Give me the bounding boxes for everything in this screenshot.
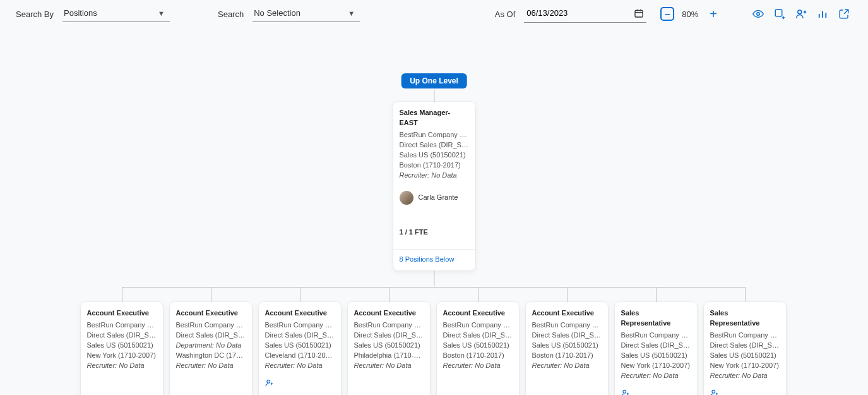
child-position-card[interactable]: Account ExecutiveBestRun Company (1…Dire… xyxy=(259,302,341,395)
person-name: Carla Grante xyxy=(419,193,458,203)
position-title: Account Executive xyxy=(176,308,246,319)
location: Boston (1710-2017) xyxy=(532,351,602,361)
department: Direct Sales (DIR_SAL… xyxy=(400,140,469,150)
unit: Sales US (50150021) xyxy=(443,341,513,351)
position-title: Account Executive xyxy=(87,308,157,319)
asof-label: As Of xyxy=(495,9,516,19)
calendar-icon[interactable] xyxy=(634,8,644,18)
searchby-select[interactable]: Positions ▼ xyxy=(62,6,170,22)
child-position-card[interactable]: Account ExecutiveBestRun Company (1…Dire… xyxy=(348,302,430,395)
svg-rect-0 xyxy=(635,10,643,17)
chevron-down-icon: ▼ xyxy=(158,9,165,17)
location: New York (1710-2007) xyxy=(710,361,780,371)
child-position-card[interactable]: Account ExecutiveBestRun Company (1…Dire… xyxy=(437,302,519,395)
unit: Sales US (50150021) xyxy=(710,351,780,361)
recruiter: Recruiter: No Data xyxy=(176,361,246,371)
location: Philadelphia (1710-20… xyxy=(354,351,424,361)
department: Direct Sales (DIR_SAL… xyxy=(532,331,602,341)
eye-icon[interactable] xyxy=(750,6,766,22)
recruiter: Recruiter: No Data xyxy=(532,361,602,371)
company: BestRun Company (1… xyxy=(532,320,602,331)
toolbar: Search By Positions ▼ Search No Selectio… xyxy=(0,0,868,30)
svg-rect-5 xyxy=(775,9,782,16)
zoom-percent: 80% xyxy=(679,9,701,19)
search-select[interactable]: No Selection ▼ xyxy=(253,6,360,22)
position-title: Account Executive xyxy=(443,308,513,319)
location: Boston (1710-2017) xyxy=(443,351,513,361)
child-position-card[interactable]: Sales RepresentativeBestRun Company (1…D… xyxy=(615,302,697,395)
child-position-card[interactable]: Account ExecutiveBestRun Company (1…Dire… xyxy=(526,302,608,395)
fte: 1 / 1 FTE xyxy=(393,211,475,250)
svg-point-14 xyxy=(266,380,270,383)
company: BestRun Company (1… xyxy=(176,320,246,331)
add-person-icon[interactable] xyxy=(710,389,780,395)
location: Cleveland (1710-2013) xyxy=(265,351,335,361)
zoom-in-button[interactable]: + xyxy=(706,8,721,20)
company: BestRun Company (1… xyxy=(87,320,157,331)
location: New York (1710-2007) xyxy=(87,351,157,361)
search-label: Search xyxy=(218,9,244,19)
incumbent-row[interactable]: Michael Tremblay xyxy=(532,391,602,395)
org-chart-canvas: Up One Level Sales Manager-EAST BestRun … xyxy=(0,30,868,392)
add-person-icon[interactable] xyxy=(793,6,809,22)
searchby-label: Search By xyxy=(16,9,54,19)
child-position-card[interactable]: Account ExecutiveBestRun Company (1…Dire… xyxy=(170,302,252,395)
child-position-card[interactable]: Account ExecutiveBestRun Company (1…Dire… xyxy=(81,302,163,395)
position-title: Sales Representative xyxy=(621,308,691,329)
unit: Sales US (50150021) xyxy=(532,341,602,351)
add-person-icon[interactable] xyxy=(621,389,691,395)
position-title: Sales Representative xyxy=(710,308,780,329)
company: BestRun Company (1… xyxy=(265,320,335,331)
location: Washington DC (1710… xyxy=(176,351,246,361)
children-row: Account ExecutiveBestRun Company (1…Dire… xyxy=(81,302,788,395)
department: Direct Sales (DIR_SAL… xyxy=(443,331,513,341)
connector-line xyxy=(434,270,434,286)
recruiter: Recruiter: No Data xyxy=(710,371,780,381)
asof-input[interactable] xyxy=(525,8,634,18)
chart-icon[interactable] xyxy=(814,6,831,22)
recruiter: Recruiter: No Data xyxy=(400,171,469,181)
svg-point-17 xyxy=(622,390,626,393)
zoom-out-button[interactable]: − xyxy=(660,7,674,21)
unit: Sales US (50150021) xyxy=(354,341,424,351)
avatar xyxy=(400,191,413,205)
unit: Sales US (50150021) xyxy=(265,341,335,351)
company: BestRun Company (1… xyxy=(710,331,780,341)
child-position-card[interactable]: Sales RepresentativeBestRun Company (1…D… xyxy=(704,302,786,395)
company: BestRun Company (1… xyxy=(354,320,424,331)
svg-point-8 xyxy=(798,10,802,14)
search-value: No Selection xyxy=(254,8,300,18)
location: New York (1710-2007) xyxy=(621,361,691,371)
department: Direct Sales (DIR_SAL… xyxy=(710,341,780,351)
svg-point-4 xyxy=(757,13,760,16)
up-one-level-button[interactable]: Up One Level xyxy=(401,73,467,88)
asof-field[interactable] xyxy=(524,5,646,23)
unit: Sales US (50150021) xyxy=(621,351,691,361)
unit: Department: No Data xyxy=(176,341,246,351)
recruiter: Recruiter: No Data xyxy=(443,361,513,371)
department: Direct Sales (DIR_SAL… xyxy=(265,331,335,341)
company: BestRun Company (1… xyxy=(621,331,691,341)
recruiter: Recruiter: No Data xyxy=(621,371,691,381)
department: Direct Sales (DIR_SAL… xyxy=(621,341,691,351)
recruiter: Recruiter: No Data xyxy=(354,361,424,371)
position-title: Sales Manager-EAST xyxy=(400,108,469,128)
searchby-value: Positions xyxy=(64,8,97,18)
root-position-card[interactable]: Sales Manager-EAST BestRun Company (1… D… xyxy=(393,102,475,270)
department: Direct Sales (DIR_SAL… xyxy=(87,331,157,341)
position-title: Account Executive xyxy=(532,308,602,319)
svg-point-20 xyxy=(711,390,715,393)
unit: Sales US (50150021) xyxy=(400,150,469,161)
add-person-icon[interactable] xyxy=(265,379,335,387)
unit: Sales US (50150021) xyxy=(87,341,157,351)
incumbent-row[interactable]: Carla Grante xyxy=(393,185,475,211)
connector-line xyxy=(434,90,434,102)
positions-below-link[interactable]: 8 Positions Below xyxy=(393,250,475,271)
company: BestRun Company (1… xyxy=(400,130,469,140)
position-title: Account Executive xyxy=(354,308,424,319)
connector-line xyxy=(122,287,745,288)
export-icon[interactable] xyxy=(836,6,852,22)
add-position-icon[interactable] xyxy=(771,6,788,22)
position-title: Account Executive xyxy=(265,308,335,319)
company: BestRun Company (1… xyxy=(443,320,513,331)
